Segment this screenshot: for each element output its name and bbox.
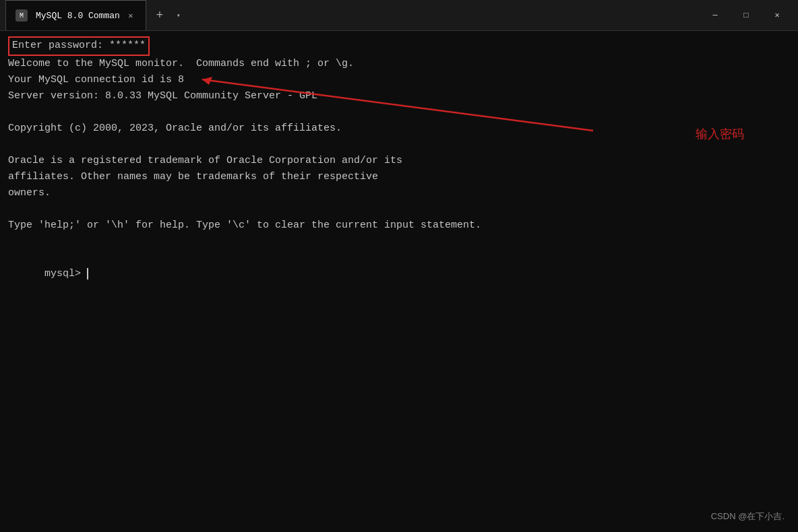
titlebar: M MySQL 8.0 Comman ✕ + ▾ — □ ✕ [0,0,798,31]
minimize-button[interactable]: — [700,3,731,28]
terminal-body[interactable]: Enter password: ****** Welcome to the My… [0,31,798,532]
blank-line-4 [8,234,790,250]
terminal-line-5: Oracle is a registered trademark of Orac… [8,153,790,169]
mysql-prompt: mysql> [44,268,87,279]
tab-dropdown-button[interactable]: ▾ [171,5,187,26]
blank-line-1 [8,104,790,121]
annotation-label: 输入密码 [696,125,744,143]
maximize-button[interactable]: □ [731,3,762,28]
blank-line-3 [8,201,790,218]
password-text: Enter password: ****** [8,36,150,56]
terminal-line-1: Welcome to the MySQL monitor. Commands e… [8,56,790,72]
blank-line-2 [8,137,790,153]
tab-close-button[interactable]: ✕ [125,10,136,21]
window-controls: — □ ✕ [700,3,793,28]
watermark: CSDN @在下小吉. [711,510,785,523]
cursor [87,268,88,279]
tab-icon: M [16,9,28,22]
terminal-line-2: Your MySQL connection id is 8 [8,72,790,88]
new-tab-button[interactable]: + [149,5,171,26]
password-prompt-line: Enter password: ****** [8,36,790,56]
active-tab[interactable]: M MySQL 8.0 Comman ✕ [5,0,146,30]
tab-title: MySQL 8.0 Comman [36,11,120,21]
terminal-window: M MySQL 8.0 Comman ✕ + ▾ — □ ✕ Enter pas… [0,0,798,532]
mysql-prompt-line: mysql> [8,250,790,298]
terminal-line-3: Server version: 8.0.33 MySQL Community S… [8,88,790,104]
terminal-line-4: Copyright (c) 2000, 2023, Oracle and/or … [8,121,790,137]
terminal-line-6: affiliates. Other names may be trademark… [8,169,790,185]
close-button[interactable]: ✕ [762,3,793,28]
terminal-line-7: owners. [8,185,790,201]
terminal-line-8: Type 'help;' or '\h' for help. Type '\c'… [8,218,790,234]
